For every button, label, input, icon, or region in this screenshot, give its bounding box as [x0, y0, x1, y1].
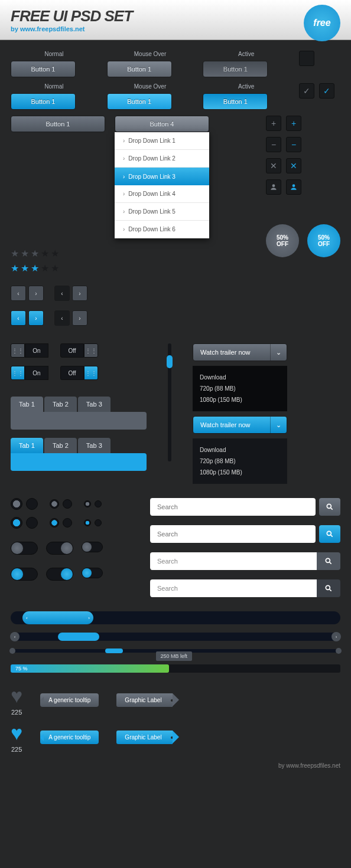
button-blue-active[interactable]: Button 1 — [203, 93, 268, 110]
search-icon[interactable] — [317, 552, 340, 570]
rating-stars-blue[interactable]: ★★★★★ — [11, 263, 209, 274]
rating-stars-gray[interactable]: ★★★★★ — [11, 248, 209, 259]
switch-gray-off[interactable] — [11, 542, 38, 555]
discount-seal-gray: 50%OFF — [266, 224, 299, 257]
dropdown-item-2[interactable]: Drop Down Link 2 — [115, 150, 209, 168]
tab-1[interactable]: Tab 1 — [11, 397, 43, 412]
toggle-blue-on[interactable]: ⋮⋮On — [11, 366, 48, 380]
progress-fill: 75 % — [11, 664, 169, 673]
checkbox-empty[interactable] — [299, 51, 314, 66]
next-button[interactable]: › — [28, 286, 44, 301]
next-button-gray[interactable]: › — [72, 286, 87, 301]
switch-blue-off[interactable] — [11, 568, 38, 581]
range-slider-2[interactable]: ‹ › — [11, 633, 340, 641]
discount-seal-blue: 50%OFF — [307, 224, 340, 257]
prev-button-dark2[interactable]: ‹ — [54, 310, 70, 326]
slider-prev[interactable]: ‹ — [10, 632, 20, 641]
slider-next[interactable]: › — [332, 632, 341, 641]
vertical-slider[interactable] — [168, 343, 171, 461]
svg-point-8 — [326, 585, 330, 589]
minus-icon-blue[interactable]: − — [286, 137, 301, 152]
search-input-2[interactable] — [150, 525, 316, 543]
plus-icon[interactable]: + — [266, 116, 281, 131]
chevron-down-icon: ⌄ — [270, 417, 287, 433]
progress-bar: 250 MB left 75 % — [11, 664, 340, 673]
prev-button-blue[interactable]: ‹ — [11, 310, 26, 326]
radio-md[interactable] — [50, 499, 59, 509]
switch-gray-on[interactable] — [46, 542, 73, 555]
tooltip-gray: A generic tooltip — [40, 693, 99, 707]
search-combo-2[interactable]: Search — [150, 579, 340, 597]
tab-2b[interactable]: Tab 2 — [44, 438, 77, 453]
button-gray-active[interactable]: Button 1 — [203, 61, 268, 77]
dropdown-menu: Drop Down Link 1 Drop Down Link 2 Drop D… — [115, 132, 209, 238]
minus-icon[interactable]: − — [266, 137, 281, 152]
state-label-active: Active — [203, 51, 290, 57]
tag-blue[interactable]: Graphic Label — [116, 731, 172, 744]
next-button-gray2[interactable]: › — [72, 310, 87, 326]
page-title: FREE UI PSD SET — [11, 7, 340, 25]
dropdown-item-5[interactable]: Drop Down Link 5 — [115, 203, 209, 221]
button-wide-4[interactable]: Button 4 — [115, 116, 209, 132]
star-icon: ★ — [11, 248, 19, 259]
chevron-down-icon: ⌄ — [270, 344, 287, 361]
svg-point-6 — [326, 558, 330, 562]
search-button-gray[interactable] — [319, 498, 340, 516]
search-input-1[interactable] — [150, 498, 316, 516]
heart-count: 225 — [11, 709, 22, 716]
toggle-gray-off[interactable]: Off⋮⋮ — [60, 343, 98, 358]
quality-1080b[interactable]: 1080p (150 MB) — [200, 467, 280, 478]
close-icon-blue[interactable]: ✕ — [286, 158, 301, 173]
tag-gray[interactable]: Graphic Label — [116, 693, 172, 707]
heart-icon-blue[interactable]: ♥ — [11, 722, 22, 745]
svg-point-1 — [292, 184, 295, 187]
dropdown-item-6[interactable]: Drop Down Link 6 — [115, 221, 209, 238]
trailer-panel-blue: Download 720p (88 MB) 1080p (150 MB) — [193, 438, 287, 484]
button-blue-normal[interactable]: Button 1 — [11, 93, 76, 110]
quality-720b[interactable]: 720p (88 MB) — [200, 456, 280, 467]
radio-sm[interactable] — [84, 500, 91, 507]
heart-count-blue: 225 — [11, 746, 22, 753]
tab-3[interactable]: Tab 3 — [78, 397, 110, 412]
trailer-dropdown-blue[interactable]: Watch trailer now⌄ — [193, 416, 287, 434]
state-label-mouseover: Mouse Over — [107, 51, 194, 57]
dropdown-item-1[interactable]: Drop Down Link 1 — [115, 132, 209, 150]
user-icon[interactable] — [266, 179, 281, 195]
button-gray-hover[interactable]: Button 1 — [107, 61, 172, 77]
state-label-normal: Normal — [11, 51, 98, 57]
tab-3b[interactable]: Tab 3 — [78, 438, 110, 453]
radio-lg[interactable] — [11, 498, 22, 510]
check-icon-blue[interactable]: ✓ — [319, 83, 334, 99]
check-icon[interactable]: ✓ — [299, 83, 314, 99]
tab-2[interactable]: Tab 2 — [44, 397, 77, 412]
page-subtitle: by www.freepsdfiles.net — [11, 25, 340, 32]
trailer-dropdown-gray[interactable]: Watch trailer now⌄ — [193, 343, 287, 361]
heart-icon-gray[interactable]: ♥ — [11, 684, 22, 707]
dropdown-item-4[interactable]: Drop Down Link 4 — [115, 185, 209, 203]
dropdown-item-3[interactable]: Drop Down Link 3 — [115, 168, 209, 185]
toggle-gray-on[interactable]: ⋮⋮On — [11, 343, 48, 358]
user-icon-blue[interactable] — [286, 179, 301, 195]
search-combo-1[interactable]: Search — [150, 552, 340, 570]
toggle-blue-off[interactable]: Off⋮⋮ — [60, 366, 98, 380]
svg-line-3 — [331, 508, 333, 510]
search-icon[interactable] — [317, 579, 340, 597]
range-slider-1[interactable]: ‹› — [11, 611, 340, 624]
search-button-blue[interactable] — [319, 525, 340, 543]
close-icon[interactable]: ✕ — [266, 158, 281, 173]
tab-1-blue[interactable]: Tab 1 — [11, 438, 43, 453]
next-button-blue[interactable]: › — [28, 310, 44, 326]
button-wide-1[interactable]: Button 1 — [11, 116, 105, 132]
button-blue-hover[interactable]: Button 1 — [107, 93, 172, 110]
prev-button[interactable]: ‹ — [11, 286, 26, 301]
progress-remaining-label: 250 MB left — [156, 651, 193, 661]
prev-button-dark[interactable]: ‹ — [54, 286, 70, 301]
radio-lg-blue[interactable] — [11, 517, 22, 529]
slider-thumb[interactable] — [167, 355, 173, 368]
button-gray-normal[interactable]: Button 1 — [11, 61, 76, 77]
quality-720[interactable]: 720p (88 MB) — [200, 383, 280, 394]
quality-1080[interactable]: 1080p (150 MB) — [200, 394, 280, 405]
slider-thumb[interactable] — [58, 633, 99, 641]
switch-blue-on[interactable] — [46, 568, 73, 581]
plus-icon-blue[interactable]: + — [286, 116, 301, 131]
